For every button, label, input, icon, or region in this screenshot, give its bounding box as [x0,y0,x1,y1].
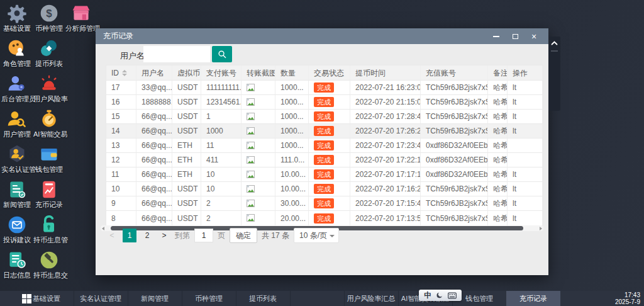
desktop-shortcut[interactable]: AI智能交易 [33,109,65,143]
desktop-shortcut[interactable]: $币种管理 [33,3,65,37]
broken-image-icon[interactable] [247,142,255,150]
column-header-qty: 数量 [275,65,309,81]
broken-image-icon[interactable] [247,113,255,121]
table-row: 1733@qq....USDT111111111...1000...完成2022… [106,81,543,95]
desktop-shortcut[interactable]: 持币生息交 [33,250,65,284]
maximize-button[interactable] [508,31,522,42]
cell-qty: 20.00... [275,211,309,225]
cell-user: 33@qq.... [136,81,172,95]
keyboard-icon[interactable] [448,292,457,299]
store-icon [71,3,91,23]
desktop-shortcut[interactable]: 后台管理员 [1,74,33,108]
taskbar-item[interactable]: 用户风险率汇总 [344,291,398,306]
desktop-shortcut[interactable]: 分析师管理 [65,3,97,37]
per-page-select[interactable]: 10 条/页 [294,228,339,243]
column-header-shot: 转账截图 [242,65,275,81]
cell-shot [242,110,275,124]
close-icon[interactable]: × [527,31,541,42]
cell-action[interactable]: lt [508,182,543,196]
cell-action [508,139,543,153]
desktop-shortcut[interactable]: 充币记录 [33,179,65,213]
scroll-left-icon[interactable] [102,227,104,230]
taskbar-item[interactable]: 实名认证管理 [74,291,128,306]
desktop-shortcut[interactable]: 日志信息 [1,250,33,284]
desktop-shortcut[interactable]: 钱包管理 [33,144,65,178]
minimize-button[interactable] [489,31,503,42]
cell-pay: 2 [201,211,242,225]
cell-account: 0xdf86D32Af0EEb11... [421,139,488,153]
goto-page-input[interactable] [194,229,213,242]
sort-icon[interactable] [122,70,127,76]
cell-action[interactable]: lt [508,81,543,95]
desktop-shortcut[interactable]: 用户管理 [1,109,33,143]
broken-image-icon[interactable] [247,98,255,106]
cell-action[interactable]: lt [508,95,543,110]
search-toolbar: 用户名 [96,44,548,65]
next-page-button[interactable]: > [158,229,170,242]
cell-id: 15 [106,110,136,124]
cell-coin: ETH [172,153,201,167]
broken-image-icon[interactable] [247,171,255,179]
taskbar-item[interactable]: 提币列表 [236,291,290,306]
broken-image-icon[interactable] [247,185,255,193]
desktop-shortcut[interactable]: 提币列表 [33,38,65,72]
taskbar-item[interactable]: 基础设置 [19,291,74,306]
cell-coin: ETH [172,167,201,182]
broken-image-icon[interactable] [247,84,255,92]
cell-pay: 12314561... [201,95,242,110]
cell-action[interactable]: lt [508,196,543,211]
taskbar-clock[interactable]: 17:43 2025-7-9 [615,292,640,305]
column-header-id[interactable]: ID [106,65,136,81]
desktop-shortcut[interactable]: 基础设置 [1,3,33,37]
table-row: 866@qq...USDT220.00...完成2022-07-20 17:13… [106,211,543,225]
desktop-shortcut-label: 投诉建议 [1,236,33,244]
cell-action[interactable]: lt [508,124,543,139]
cell-action[interactable]: lt [508,211,543,225]
scroll-right-icon[interactable] [540,227,542,230]
desktop-shortcut[interactable]: 实名认证管 [1,144,33,178]
search-button[interactable] [212,46,232,62]
window-titlebar[interactable]: 充币记录 × [96,28,548,44]
news-icon [7,179,27,200]
ime-toolbar[interactable]: 中 [419,290,462,301]
cell-id: 16 [106,95,136,110]
desktop-shortcut[interactable]: 投诉建议 [1,215,33,249]
coins-icon [39,38,59,59]
broken-image-icon[interactable] [247,214,255,222]
cell-remark: 哈希:d [488,211,508,225]
desktop-shortcut[interactable]: 角色管理 [1,38,33,72]
desktop-shortcut[interactable]: 持币生息管 [33,215,65,249]
taskbar-item[interactable]: 新闻管理 [128,291,182,306]
page-button-2[interactable]: 2 [141,229,153,242]
lock-icon [39,215,59,235]
moon-icon[interactable] [436,292,443,299]
cell-time: 2022-07-20 17:17:17 [350,167,421,182]
total-count-label: 共 17 条 [262,230,289,241]
cell-time: 2022-07-20 17:22:18 [350,153,421,167]
desktop-shortcut-label: 日志信息 [1,271,33,279]
per-page-value: 10 条/页 [299,230,327,241]
broken-image-icon[interactable] [247,200,255,208]
desktop-shortcut[interactable]: 用户风险率 [33,74,65,108]
prev-page-button[interactable]: < [106,229,118,242]
desktop-shortcut-label: 持币生息管 [33,236,65,244]
cell-id: 13 [106,139,136,153]
panel-divider [551,50,558,52]
confirm-button[interactable]: 确定 [230,228,257,243]
broken-image-icon[interactable] [247,156,255,164]
cell-remark: 哈希: [488,139,508,153]
username-input[interactable] [143,46,210,62]
page-button-1[interactable]: 1 [123,229,136,242]
cell-time: 2022-07-20 17:23:43 [350,139,421,153]
cell-action[interactable]: lt [508,110,543,124]
taskbar-item[interactable]: 充币记录 [506,291,560,306]
ime-language[interactable]: 中 [424,290,431,300]
cell-user: 66@qq... [136,153,172,167]
broken-image-icon[interactable] [247,127,255,135]
cell-action[interactable]: lt [508,167,543,182]
desktop-shortcut[interactable]: 新闻管理 [1,179,33,213]
collapsed-panel[interactable] [548,37,560,111]
taskbar-item[interactable]: 币种管理 [182,291,236,306]
cell-remark: 哈希: [488,153,508,167]
chevron-up-icon[interactable] [551,41,558,45]
